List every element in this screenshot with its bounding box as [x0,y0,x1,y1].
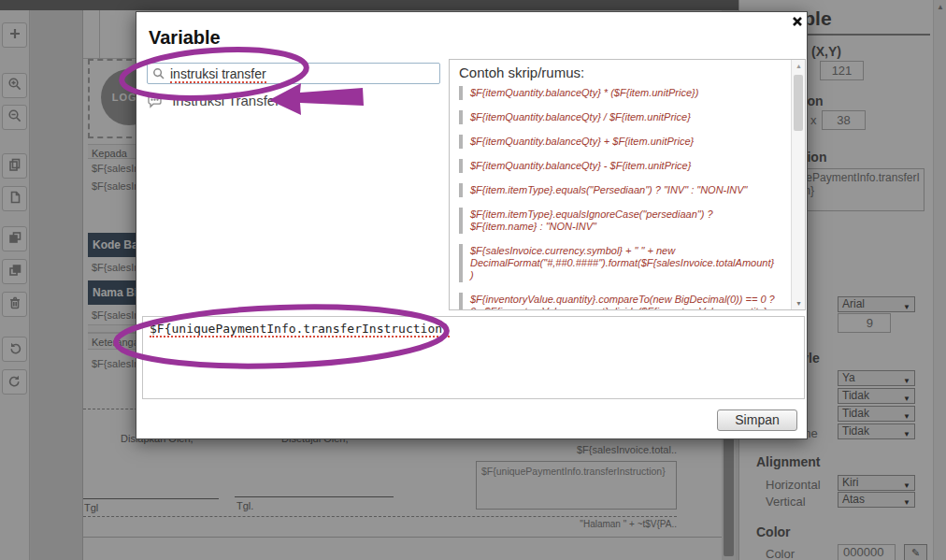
examples-scrollbar[interactable]: ▲ ▼ [791,60,805,309]
close-button[interactable] [791,15,808,32]
examples-panel: Contoh skrip/rumus: $F{itemQuantity.bala… [449,59,806,310]
close-icon [791,15,804,31]
variable-search-input[interactable]: instruksi transfer [147,63,440,84]
example-script: $F{inventoryValue.quantity}.compareTo(ne… [459,293,777,310]
example-script: $F{item.itemType}.equals("Persediaan") ?… [459,183,777,197]
examples-title: Contoh skrip/rumus: [459,65,584,80]
example-script: $F{item.itemType}.equalsIgnoreCase("pers… [459,208,777,234]
save-button[interactable]: Simpan [717,409,797,431]
example-script: $F{itemQuantity.balanceQty} / $F{item.un… [459,110,777,124]
result-item-label: Instruksi Transfer [172,93,280,108]
modal-title: Variable [149,27,221,49]
comment-bubble-icon [147,93,168,108]
example-script: $F{itemQuantity.balanceQty} - $F{item.un… [459,159,777,173]
app-window: LOGO Kepada $F{salesInvoice $F{salesInvo… [0,0,946,560]
variable-result-item[interactable]: Instruksi Transfer [147,93,280,111]
variable-modal: Variable instruksi transfer Instruksi Tr… [136,11,808,439]
example-script: $F{salesInvoice.currency.symbol} + " " +… [459,244,777,282]
examples-scrollbar-thumb[interactable] [794,75,803,131]
expression-textarea[interactable]: $F{uniquePaymentInfo.transferInstruction… [142,316,805,399]
scroll-up-icon[interactable]: ▲ [796,63,802,69]
search-value: instruksi transfer [170,66,266,83]
scroll-down-icon[interactable]: ▼ [796,300,802,307]
example-script: $F{itemQuantity.balanceQty} * ($F{item.u… [459,86,777,100]
example-script: $F{itemQuantity.balanceQty} + $F{item.un… [459,135,777,149]
examples-list: $F{itemQuantity.balanceQty} * ($F{item.u… [459,86,777,310]
expression-value: $F{uniquePaymentInfo.transferInstruction… [150,322,450,337]
